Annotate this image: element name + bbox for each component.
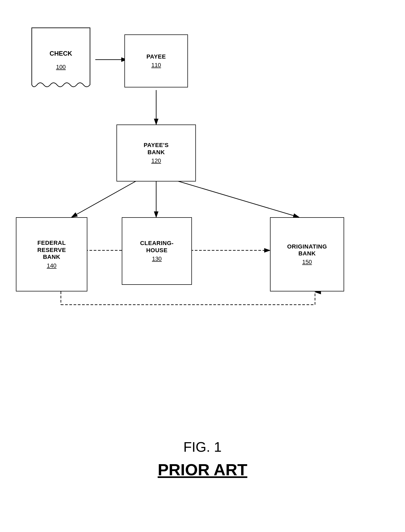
payees-bank-number: 120 (151, 157, 161, 164)
svg-line-8 (175, 180, 299, 217)
originating-bank-number: 150 (302, 259, 312, 265)
clearinghouse-box: CLEARING-HOUSE 130 (122, 217, 192, 285)
check-shape: CHECK 100 (30, 26, 91, 93)
federal-reserve-number: 140 (47, 262, 57, 269)
clearinghouse-number: 130 (152, 255, 162, 262)
originating-bank-label: ORIGINATINGBANK (287, 243, 327, 257)
clearinghouse-label: CLEARING-HOUSE (140, 240, 174, 254)
svg-text:CHECK: CHECK (50, 50, 72, 57)
caption: FIG. 1 PRIOR ART (0, 439, 405, 479)
svg-line-6 (71, 180, 138, 217)
payees-bank-label: PAYEE'SBANK (144, 142, 169, 156)
payee-box: PAYEE 110 (124, 34, 188, 87)
federal-reserve-label: FEDERALRESERVEBANK (37, 240, 66, 260)
svg-text:100: 100 (56, 64, 66, 70)
fig-label: FIG. 1 (0, 439, 405, 455)
federal-reserve-box: FEDERALRESERVEBANK 140 (16, 217, 87, 291)
prior-art-label: PRIOR ART (0, 460, 405, 479)
payees-bank-box: PAYEE'SBANK 120 (116, 125, 196, 181)
payee-label: PAYEE (146, 53, 166, 60)
originating-bank-box: ORIGINATINGBANK 150 (270, 217, 344, 291)
payee-number: 110 (151, 62, 161, 69)
diagram: CHECK 100 PAYEE 110 PAYEE'SBANK 120 FEDE… (0, 11, 405, 532)
